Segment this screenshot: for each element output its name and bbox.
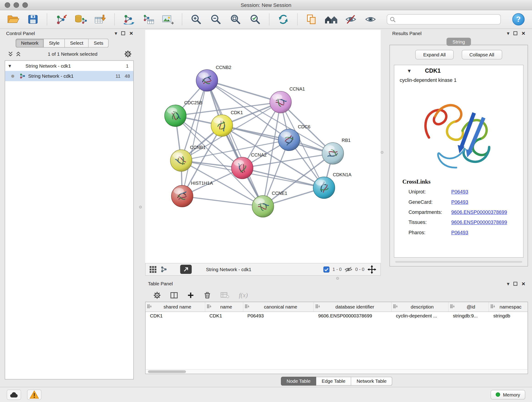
birds-eye-grid-icon[interactable] (150, 266, 157, 273)
network-node-CDKN1A[interactable]: CDKN1A (313, 172, 352, 199)
network-node-CDK1[interactable]: CDK1 (211, 110, 243, 137)
results-horizontal-scrollbar[interactable] (395, 261, 522, 263)
table-cell[interactable]: CDK1 (146, 312, 205, 321)
home-button[interactable] (323, 12, 339, 27)
collapse-all-button[interactable]: Collapse All (462, 50, 502, 59)
hidden-eye-icon[interactable] (345, 266, 352, 273)
network-node-CCNB1[interactable]: CCNB1 (170, 145, 206, 172)
tab-edge-table[interactable]: Edge Table (316, 377, 351, 386)
memory-button[interactable]: Memory (491, 390, 525, 399)
refresh-button[interactable] (275, 12, 291, 27)
minimize-window-button[interactable] (13, 2, 19, 8)
expand-all-icon[interactable] (16, 51, 21, 57)
network-graph[interactable]: CCNB2CCNA1CDC25BCDK1CDC6RB1CCNB1CCNA2CDK… (145, 30, 381, 263)
expand-all-button[interactable]: Expand All (415, 50, 453, 59)
bottom-splitter-handle[interactable] (336, 277, 339, 280)
network-overview-icon[interactable] (160, 266, 167, 273)
selected-checkbox-icon[interactable] (323, 266, 329, 273)
panel-close-icon[interactable]: × (522, 30, 525, 36)
network-collection-row[interactable]: ▼ String Network - cdk1 1 (5, 61, 133, 71)
copy-button[interactable] (304, 12, 319, 27)
tab-sets[interactable]: Sets (89, 39, 109, 48)
right-splitter-handle[interactable] (381, 151, 384, 154)
column-header[interactable]: @id (448, 302, 489, 312)
export-network-view-button[interactable] (180, 265, 191, 274)
column-header[interactable]: canonical name (243, 302, 314, 312)
table-cell[interactable]: P06493 (243, 312, 314, 321)
collapse-all-icon[interactable] (8, 51, 13, 57)
close-window-button[interactable] (5, 2, 10, 8)
network-node-HIST1H1A[interactable]: HIST1H1A (171, 181, 213, 207)
network-node-RB1[interactable]: RB1 (322, 138, 351, 164)
crosslink-link[interactable]: P06493 (451, 197, 468, 207)
panel-float-icon[interactable] (513, 31, 518, 35)
tab-node-table[interactable]: Node Table (281, 377, 317, 386)
gene-collapse-icon[interactable]: ▼ (399, 69, 411, 73)
tab-network[interactable]: Network (16, 39, 44, 48)
tab-string[interactable]: String (446, 38, 471, 46)
table-options-gear-icon[interactable] (153, 292, 161, 299)
panel-float-icon[interactable] (121, 31, 125, 35)
panel-close-icon[interactable]: × (522, 281, 525, 287)
panel-menu-icon[interactable]: ▼ (114, 32, 117, 35)
table-cell[interactable]: CDK1 (205, 312, 243, 321)
scrollbar-thumb[interactable] (148, 370, 186, 373)
zoom-fit-button[interactable] (228, 12, 243, 27)
titlebar[interactable]: Session: New Session (0, 0, 532, 10)
network-node-CCNA1[interactable]: CCNA1 (270, 86, 305, 113)
crosslink-link[interactable]: 9606.ENSP00000378699 (451, 217, 507, 227)
zoom-in-button[interactable] (188, 12, 204, 27)
zoom-selected-button[interactable] (247, 12, 263, 27)
options-gear-icon[interactable] (124, 50, 132, 58)
column-header[interactable]: namespac (489, 302, 528, 312)
fit-selected-crosshair-icon[interactable] (367, 265, 376, 274)
network-node-CCNB2[interactable]: CCNB2 (196, 65, 231, 91)
network-canvas[interactable]: CCNB2CCNA1CDC25BCDK1CDC6RB1CCNB1CCNA2CDK… (145, 30, 381, 263)
crosslink-link[interactable]: P06493 (451, 186, 468, 197)
left-splitter-handle[interactable] (139, 206, 142, 208)
import-network-database-button[interactable] (73, 12, 89, 27)
delete-column-icon[interactable] (204, 292, 211, 299)
export-image-button[interactable] (160, 12, 176, 27)
table-cell[interactable]: 9606.ENSP00000378699 (314, 312, 392, 321)
search-input[interactable] (387, 14, 501, 24)
table-horizontal-scrollbar[interactable] (146, 369, 527, 374)
cloud-button[interactable] (7, 389, 21, 400)
gene-card-header[interactable]: ▼ CDK1 (394, 65, 523, 77)
table-cell[interactable]: stringdb:9... (448, 312, 489, 321)
crosslink-link[interactable]: P06493 (451, 227, 468, 237)
open-session-button[interactable] (6, 12, 21, 27)
network-edge[interactable] (207, 80, 263, 206)
save-session-button[interactable] (25, 12, 41, 27)
tab-network-table[interactable]: Network Table (351, 377, 393, 386)
export-table-button[interactable] (140, 12, 156, 27)
panel-menu-icon[interactable]: ▼ (507, 32, 509, 35)
panel-menu-icon[interactable]: ▼ (507, 282, 509, 286)
tab-style[interactable]: Style (44, 39, 65, 48)
column-header[interactable]: name (205, 302, 243, 312)
panel-close-icon[interactable]: × (129, 30, 133, 36)
column-header[interactable]: description (392, 302, 449, 312)
hide-graphics-button[interactable] (343, 12, 359, 27)
table-cell[interactable]: stringdb (489, 312, 528, 321)
crosslink-link[interactable]: 9606.ENSP00000378699 (451, 207, 507, 217)
panel-float-icon[interactable] (513, 282, 518, 286)
collection-collapse-icon[interactable]: ▼ (8, 64, 16, 68)
table-row[interactable]: CDK1CDK1P064939606.ENSP00000378699cyclin… (146, 312, 527, 321)
help-button[interactable]: ? (512, 13, 525, 26)
column-header[interactable]: database identifier (314, 302, 392, 312)
import-network-file-button[interactable] (53, 12, 69, 27)
network-edge[interactable] (182, 80, 207, 196)
column-header[interactable]: shared name (146, 302, 205, 312)
network-edge[interactable] (182, 196, 263, 206)
warnings-button[interactable] (27, 389, 41, 400)
zoom-out-button[interactable] (208, 12, 224, 27)
table-cell[interactable]: cyclin-dependent ... (392, 312, 449, 321)
add-column-icon[interactable] (187, 292, 194, 299)
new-network-button[interactable] (121, 12, 136, 27)
show-graphics-button[interactable] (363, 12, 378, 27)
select-columns-icon[interactable] (170, 292, 178, 299)
network-edge[interactable] (207, 80, 280, 102)
tab-select[interactable]: Select (65, 39, 89, 48)
maximize-window-button[interactable] (22, 2, 28, 8)
